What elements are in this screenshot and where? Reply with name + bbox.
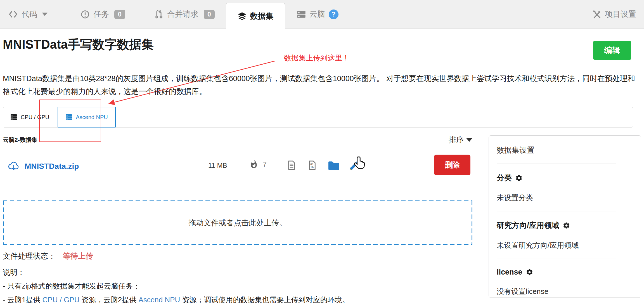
notes-text: 资源，云脑2提供	[80, 296, 139, 304]
folder-icon-button[interactable]	[328, 160, 340, 171]
dataset-file-row: MNISTData.zip 11 MB 7 01 10	[3, 154, 480, 183]
nav-item-label: 云脑	[309, 9, 325, 20]
notes-heading: 说明：	[3, 266, 349, 279]
merge-request-icon	[154, 10, 164, 19]
edit-pencil-icon-button[interactable]	[348, 160, 360, 172]
dataset-settings-panel: 数据集设置 分类 未设置分类 研究方向/应用领域 未设置研究方向/应用领域 li…	[489, 135, 641, 298]
category-label: 分类	[497, 173, 633, 183]
top-navbar: 代码 任务 0 合并请求 0 数据集	[0, 0, 644, 29]
code-icon	[8, 10, 18, 19]
binary-file-icon-button[interactable]: 01 10	[307, 160, 318, 171]
license-value: 没有设置license	[497, 287, 633, 296]
tools-icon	[592, 10, 601, 19]
category-gear-icon[interactable]	[515, 174, 523, 182]
nav-item-label: 代码	[22, 9, 37, 20]
file-description-icon-button[interactable]	[286, 160, 297, 171]
divider	[497, 259, 616, 259]
section-label-text: 分类	[497, 173, 512, 183]
file-download-link[interactable]: MNISTData.zip	[8, 160, 79, 172]
issue-icon	[80, 10, 90, 19]
issues-count-badge: 0	[114, 10, 125, 19]
tab-datasets[interactable]: 数据集	[226, 3, 285, 29]
chevron-down-icon	[466, 138, 472, 142]
file-status-line: 文件处理状态：等待上传	[3, 251, 93, 261]
dataset-stack-icon	[238, 12, 247, 21]
notes-block: 说明： - 只有zip格式的数据集才能发起云脑任务； - 云脑1提供 CPU /…	[3, 266, 349, 307]
tab-label: Ascend NPU	[76, 114, 108, 121]
research-field-label: 研究方向/应用领域	[497, 220, 633, 230]
download-count: 7	[249, 160, 267, 169]
tab-cpu-gpu[interactable]: CPU / GPU	[3, 107, 56, 127]
status-value: 等待上传	[63, 252, 93, 260]
divider	[497, 211, 616, 211]
research-field-gear-icon[interactable]	[563, 222, 570, 229]
section-label-text: license	[497, 268, 522, 277]
nav-item-pulls[interactable]: 合并请求 0	[154, 0, 215, 29]
notes-text: 资源；调试使用的数据集也需要上传到对应的环境。	[180, 296, 349, 304]
upload-dropzone[interactable]: 拖动文件或者点击此处上传。	[3, 200, 472, 245]
fire-icon	[249, 160, 258, 169]
notes-line-1: - 只有zip格式的数据集才能发起云脑任务；	[3, 279, 349, 293]
license-gear-icon[interactable]	[526, 268, 533, 276]
upload-hint: 拖动文件或者点击此处上传。	[189, 218, 287, 228]
notes-line-2: - 云脑1提供 CPU / GPU 资源，云脑2提供 Ascend NPU 资源…	[3, 293, 349, 307]
divider	[497, 164, 616, 164]
cpu-gpu-link[interactable]: CPU / GPU	[42, 296, 80, 304]
tab-ascend-npu[interactable]: Ascend NPU	[58, 107, 116, 127]
page-title: MNISTData手写数字数据集	[3, 36, 154, 53]
nav-item-label: 合并请求	[167, 9, 198, 20]
nav-item-label: 任务	[93, 9, 109, 20]
section-label-text: 研究方向/应用领域	[497, 220, 559, 230]
file-size: 11 MB	[208, 162, 227, 169]
notes-text: - 云脑1提供	[3, 296, 42, 304]
status-label: 文件处理状态：	[3, 252, 56, 260]
research-field-value: 未设置研究方向/应用领域	[497, 240, 633, 250]
nav-item-code[interactable]: 代码	[8, 0, 48, 29]
server-rack-icon	[65, 114, 72, 121]
help-icon[interactable]: ?	[329, 10, 338, 19]
pulls-count-badge: 0	[204, 10, 215, 19]
nav-item-cloudbrain[interactable]: 云脑 ?	[297, 0, 338, 29]
license-label: license	[497, 268, 633, 277]
annotation-text: 数据集上传到这里！	[284, 53, 349, 63]
sort-dropdown[interactable]: 排序	[449, 135, 472, 145]
server-rack-icon	[10, 114, 17, 121]
dataset-description: MNISTData数据集是由10类28*28的灰度图片组成，训练数据集包含600…	[3, 72, 642, 98]
edit-button[interactable]: 编辑	[593, 41, 631, 60]
server-rack-icon	[297, 10, 306, 19]
svg-text:10: 10	[310, 166, 314, 169]
tab-label: CPU / GPU	[21, 114, 49, 121]
nav-item-settings[interactable]: 项目设置	[592, 0, 636, 29]
tab-label: 数据集	[250, 11, 274, 22]
nav-item-issues[interactable]: 任务 0	[80, 0, 125, 29]
environment-tab-bar: CPU / GPU Ascend NPU	[3, 107, 633, 127]
cloud-download-icon	[8, 160, 20, 172]
download-count-value: 7	[263, 160, 267, 169]
dataset-section-header: 云脑2-数据集 排序	[3, 135, 472, 145]
file-name: MNISTData.zip	[25, 162, 79, 171]
category-value: 未设置分类	[497, 193, 633, 203]
ascend-npu-link[interactable]: Ascend NPU	[138, 296, 180, 304]
section-title: 云脑2-数据集	[3, 136, 37, 144]
delete-button[interactable]: 删除	[434, 155, 470, 175]
sidebar-title: 数据集设置	[497, 145, 633, 155]
sort-label: 排序	[449, 135, 464, 145]
nav-item-label: 项目设置	[605, 9, 636, 20]
chevron-down-icon	[42, 13, 48, 16]
